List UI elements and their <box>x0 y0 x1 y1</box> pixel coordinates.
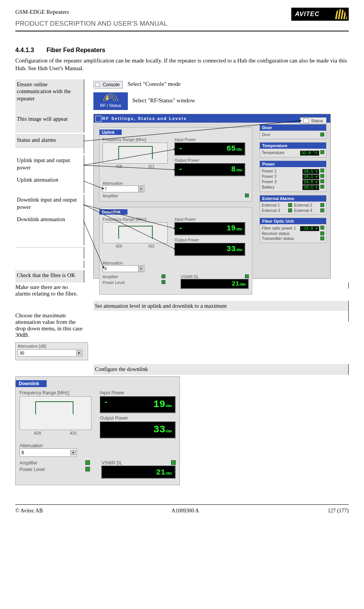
uplink-amp-label: Amplifier <box>103 194 118 198</box>
header-product: GSM-EDGE Repeaters <box>15 8 168 16</box>
dl2-attenuation-dropdown[interactable]: 8 ▾ <box>20 448 77 457</box>
uplink-out-num: 8 <box>231 165 236 174</box>
downlink-out-label: Output Power <box>175 238 245 242</box>
uplink-subpanel: Uplink Frequency Range [MHz] 418 421 Inp… <box>99 127 252 202</box>
dl2-freq-graph <box>20 396 91 430</box>
step-uplink-power: Uplink input and output power <box>15 155 84 174</box>
door-row: Door <box>262 132 324 137</box>
step-set-attenuation-text: Choose the maximum attenuation value fro… <box>15 312 84 338</box>
rf-left-area: Uplink Frequency Range [MHz] 418 421 Inp… <box>99 127 252 300</box>
status-button[interactable]: Status <box>300 117 326 124</box>
downlink-attenuation-dropdown[interactable]: 8 ▾ <box>103 265 145 272</box>
temperature-led-icon <box>320 150 324 154</box>
dl2-att-value: 8 <box>21 450 24 455</box>
ext3-led-icon <box>288 208 292 212</box>
dl2-fhi: 431 <box>70 431 77 435</box>
step-downlink-attenuation: Downlink attenuation <box>15 214 84 227</box>
step-image-appear: This image will appear <box>15 114 84 127</box>
left-spacer <box>15 247 84 259</box>
footer-left: © Avitec AB <box>15 508 43 514</box>
power1-value: 10.1 v <box>302 169 319 174</box>
receiver-status-row: Receiver status <box>262 231 324 236</box>
power2-row: Power 215.1 v <box>262 174 324 179</box>
downlink-out-num: 33 <box>227 245 236 253</box>
uplink-att-value: 7 <box>104 187 107 191</box>
step-downlink-power: Downlink input and output power <box>15 195 84 214</box>
console-chip[interactable]: Console <box>93 81 123 89</box>
chevron-down-icon: ▾ <box>138 266 144 271</box>
step-ensure-online-content: Console Select "Console" mode RF / Statu… <box>93 79 349 114</box>
chevron-down-icon: ▾ <box>76 350 82 356</box>
downlink-vswr-led-icon <box>245 274 249 278</box>
dl2-vswr-led-icon <box>171 460 176 465</box>
fiber-power-row: Fiber optic power 1-15.0 v <box>262 226 324 231</box>
downlink-input-power-value: 19dBm <box>175 222 245 235</box>
rf-status-chip[interactable]: RF / Status <box>93 92 128 110</box>
attenuation-widget: Attenuation [dB] 30 ▾ <box>15 342 88 360</box>
dl2-title: Downlink <box>16 380 47 387</box>
downlink-pl-label: Power Level <box>103 280 125 285</box>
dl2-vswr-label: VSWR DL <box>101 460 122 466</box>
downlink-pl-led-icon <box>162 280 165 284</box>
uplink-output-power-value: 8dBm <box>175 163 245 176</box>
power1-led-icon <box>320 169 324 172</box>
power1-row: Power 110.1 v <box>262 169 324 174</box>
uplink-input-power-value: 65dBm <box>175 143 245 156</box>
downlink-amp-label: Amplifier <box>103 274 118 279</box>
uplink-att-label: Attenuation <box>103 181 249 185</box>
fiber-optic-title: Fiber Optic Unit <box>260 218 326 224</box>
dl2-freq-nums: 428 431 <box>20 431 91 435</box>
downlink-freq-label: Frequency Range [MHz] <box>103 217 168 222</box>
downlink-flo: 428 <box>116 244 122 248</box>
section-title: Fiber Fed Repeaters <box>46 47 105 53</box>
receiver-status-label: Receiver status <box>262 231 289 236</box>
fiber-power-label: Fiber optic power 1 <box>262 226 296 230</box>
rf-status-select-text: Select "RF/Status" window <box>132 97 195 103</box>
step-check-fibre-text: Make sure there are no alarms relating t… <box>15 282 84 301</box>
downlink-att-value: 8 <box>104 266 107 271</box>
step-set-attenuation-content: Choose the maximum attenuation value fro… <box>15 311 84 364</box>
downlink-title: Downlink <box>100 209 127 215</box>
dl2-in-num: 19 <box>153 399 165 410</box>
uplink-amp-led-icon <box>245 194 249 197</box>
page-footer: © Avitec AB A1009300 A 127 (177) <box>15 504 349 514</box>
ext2-label: External 2 <box>294 203 312 207</box>
dl2-out-num: 33 <box>153 424 165 435</box>
downlink-amp-led-icon <box>162 274 165 278</box>
uplink-out-label: Output Power <box>175 158 245 163</box>
attenuation-widget-dropdown[interactable]: 30 ▾ <box>18 349 83 357</box>
rf-status-chip-label: RF / Status <box>100 103 121 108</box>
ext2-led-icon <box>320 203 324 207</box>
dl2-power-col: Input Power 19dBm Output Power 33dBm <box>100 390 176 441</box>
attenuation-widget-label: Attenuation [dB] <box>18 344 86 348</box>
step-configure-downlink-content: Downlink Frequency Range [MHz] 428 431 I… <box>15 375 84 489</box>
console-chip-label: Console <box>103 82 119 87</box>
fiber-optic-section: Fiber Optic Unit Fiber optic power 1-15.… <box>260 218 326 243</box>
downlink-vswr-row: VSWR DL <box>181 274 249 279</box>
downlink-fhi: 431 <box>148 244 155 248</box>
page-header: GSM-EDGE Repeaters PRODUCT DESCRIPTION A… <box>15 8 349 31</box>
temperature-title: Temperature <box>260 143 326 149</box>
dl2-vswr-row: VSWR DL <box>101 460 176 466</box>
power2-label: Power 2 <box>262 174 277 179</box>
console-icon <box>95 83 100 87</box>
power3-led-icon <box>320 179 324 183</box>
transmitter-status-label: Transmitter status <box>262 236 294 241</box>
door-led-icon <box>320 133 324 136</box>
door-section: Door Door <box>260 124 326 139</box>
attenuation-widget-value: 30 <box>20 351 24 355</box>
uplink-attenuation-dropdown[interactable]: 7 ▾ <box>103 185 145 192</box>
dl2-in-label: Input Power <box>100 390 176 396</box>
power3-value: 24.5 v <box>302 180 319 185</box>
step-status-alarms: Status and alarms <box>15 135 84 148</box>
dl2-amp-row: Amplifier <box>20 460 90 466</box>
power2-led-icon <box>320 174 324 178</box>
downlink-vswr-num: 21 <box>232 281 239 287</box>
section-number: 4.4.1.3 <box>15 47 34 53</box>
rf-settings-panel: RF Settings, Status and Levels Uplink Fr… <box>93 114 331 279</box>
dl2-vswr-value: 21dBm <box>101 466 176 479</box>
step-ensure-online: Ensure online communication with the rep… <box>15 79 84 114</box>
temperature-row: Temperature32.0 °c <box>262 150 324 155</box>
downlink-power-col: Input Power 19dBm Output Power 33dBm <box>175 217 245 258</box>
avitec-logo: AVITEC <box>291 8 349 21</box>
